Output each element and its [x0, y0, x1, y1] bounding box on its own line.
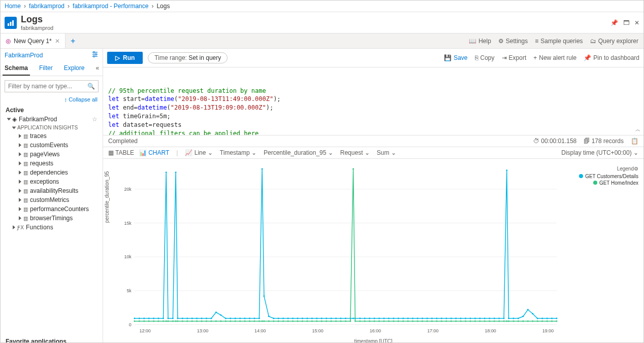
pin-dashboard-button[interactable]: 📌 Pin to dashboard — [584, 54, 639, 61]
maximize-icon[interactable]: 🗖 — [623, 19, 629, 26]
filter-settings-icon[interactable] — [91, 51, 99, 59]
tree-resource[interactable]: ◈ FabrikamProd ☆ — [4, 115, 100, 124]
tree-item-performanceCounters[interactable]: ▥ performanceCounters — [4, 204, 100, 214]
tree-item-customMetrics[interactable]: ▥ customMetrics — [4, 195, 100, 204]
copy-results-icon[interactable]: 📋 — [631, 138, 638, 145]
sample-queries-link[interactable]: ≡ Sample queries — [535, 38, 583, 45]
svg-point-191 — [450, 320, 452, 322]
close-icon[interactable]: ✕ — [634, 19, 639, 26]
y-field-select[interactable]: Percentile_duration_95 ⌄ — [264, 149, 333, 156]
section-favorites: Favorite applications — [1, 337, 103, 343]
collapse-all-link[interactable]: Collapse all — [69, 96, 98, 102]
legend-item-1[interactable]: GET Customers/Details — [561, 174, 638, 179]
svg-point-50 — [235, 318, 236, 319]
svg-point-147 — [249, 320, 250, 322]
svg-point-205 — [513, 320, 514, 322]
legend-item-2[interactable]: GET Home/Index — [561, 180, 638, 186]
svg-point-90 — [417, 318, 418, 319]
display-time-select[interactable]: Display time (UTC+00:00) ⌄ — [561, 149, 638, 156]
svg-text:5k: 5k — [126, 288, 132, 293]
resource-selector[interactable]: FabrikamProd — [5, 52, 43, 59]
query-editor[interactable]: // 95th percentile request duration by n… — [103, 67, 643, 135]
svg-point-51 — [239, 318, 241, 319]
settings-link[interactable]: ⚙ Settings — [498, 38, 528, 45]
x-field-select[interactable]: Timestamp ⌄ — [220, 149, 256, 156]
svg-point-28 — [139, 318, 140, 319]
svg-point-167 — [340, 320, 341, 322]
svg-point-159 — [302, 320, 303, 322]
collapse-sidebar-icon[interactable]: « — [93, 61, 101, 76]
records-display: 🗐 178 records — [584, 138, 624, 145]
svg-point-139 — [210, 320, 212, 322]
svg-point-170 — [352, 168, 354, 169]
tree-item-traces[interactable]: ▥ traces — [4, 131, 100, 141]
time-range-selector[interactable]: Time range: Set in query — [148, 52, 228, 63]
collapse-all-icon: ↕ — [65, 96, 68, 102]
svg-point-78 — [359, 318, 361, 319]
tab-schema[interactable]: Schema — [3, 61, 30, 76]
breadcrumb-home[interactable]: Home — [5, 3, 21, 10]
schema-filter-input[interactable] — [8, 83, 87, 90]
table-icon: ▥ — [23, 197, 28, 203]
tab-filter[interactable]: Filter — [37, 61, 55, 76]
query-explorer-link[interactable]: 🗂 Query explorer — [590, 38, 638, 45]
run-button[interactable]: ▷ Run — [107, 52, 143, 64]
tree-appinsights[interactable]: APPLICATION INSIGHTS — [4, 124, 100, 131]
svg-text:15:00: 15:00 — [312, 328, 323, 333]
svg-point-140 — [215, 320, 217, 322]
new-alert-button[interactable]: + New alert rule — [533, 54, 576, 61]
svg-point-145 — [239, 320, 241, 322]
tab-explore[interactable]: Explore — [62, 61, 87, 76]
svg-point-31 — [153, 318, 154, 319]
save-button[interactable]: 💾 Save — [444, 54, 467, 61]
chart-canvas[interactable]: 20k15k10k5k012:0013:0014:0015:0016:0017:… — [114, 164, 559, 335]
copy-button[interactable]: ⎘ Copy — [475, 54, 495, 61]
function-icon: ƒx — [17, 225, 24, 230]
svg-point-73 — [340, 318, 341, 319]
chart-type-select[interactable]: 📈 Line ⌄ — [185, 149, 212, 156]
table-icon: ▥ — [23, 207, 28, 212]
breadcrumb-perf[interactable]: fabrikamprod - Performance — [73, 3, 148, 10]
svg-point-35 — [167, 318, 169, 319]
tree-item-customEvents[interactable]: ▥ customEvents — [4, 141, 100, 150]
agg-select[interactable]: Sum ⌄ — [377, 149, 396, 156]
pin-icon[interactable]: 📌 — [610, 19, 618, 26]
collapse-editor-icon[interactable]: ︽ — [635, 126, 640, 133]
help-link[interactable]: 📖 Help — [469, 38, 491, 45]
svg-point-152 — [268, 320, 270, 322]
svg-point-36 — [172, 318, 174, 319]
svg-text:17:00: 17:00 — [427, 328, 438, 333]
svg-point-110 — [508, 318, 509, 319]
svg-point-154 — [278, 320, 279, 322]
breadcrumb-current: Logs — [156, 3, 170, 10]
svg-point-136 — [196, 320, 198, 322]
tree-item-availabilityResults[interactable]: ▥ availabilityResults — [4, 186, 100, 195]
tree-functions[interactable]: ƒx Functions — [4, 223, 100, 232]
favorite-icon[interactable]: ☆ — [92, 116, 98, 123]
tree-item-browserTimings[interactable]: ▥ browserTimings — [4, 214, 100, 223]
svg-point-125 — [153, 320, 154, 322]
svg-text:18:00: 18:00 — [485, 328, 496, 333]
tree-item-exceptions[interactable]: ▥ exceptions — [4, 177, 100, 186]
view-table[interactable]: ▦ TABLE — [108, 149, 134, 156]
breadcrumb-resource[interactable]: fabrikamprod — [29, 3, 65, 10]
svg-point-134 — [186, 320, 188, 322]
svg-point-43 — [201, 318, 203, 319]
svg-point-93 — [431, 318, 433, 319]
close-tab-icon[interactable]: ✕ — [55, 38, 60, 45]
export-button[interactable]: ⇥ Export — [502, 54, 527, 61]
svg-point-208 — [527, 320, 529, 322]
svg-point-192 — [455, 320, 457, 322]
schema-filter[interactable]: 🔍 — [5, 80, 99, 92]
svg-point-190 — [445, 320, 447, 322]
tree-item-dependencies[interactable]: ▥ dependencies — [4, 168, 100, 177]
view-chart[interactable]: 📊 CHART — [139, 149, 169, 156]
tab-query-1[interactable]: ◎ New Query 1* ✕ — [1, 33, 66, 48]
svg-point-91 — [422, 318, 423, 319]
table-icon: ▥ — [23, 188, 28, 194]
svg-point-137 — [201, 320, 203, 322]
tree-item-pageViews[interactable]: ▥ pageViews — [4, 150, 100, 159]
add-tab-button[interactable]: + — [66, 37, 81, 46]
tree-item-requests[interactable]: ▥ requests — [4, 159, 100, 168]
split-field-select[interactable]: Request ⌄ — [340, 149, 370, 156]
